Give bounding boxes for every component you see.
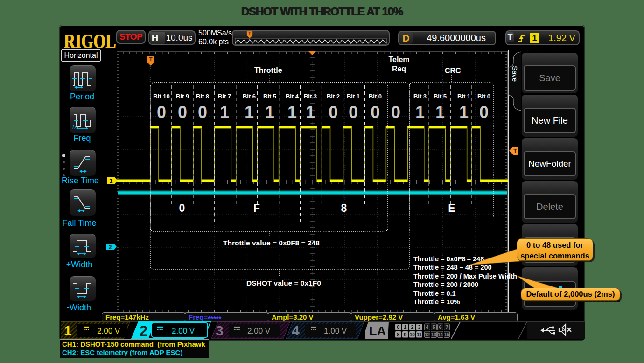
svg-text:1: 1 [64, 323, 72, 338]
svg-text:2.00 V: 2.00 V [247, 327, 271, 335]
svg-text:15: 15 [444, 332, 450, 337]
svg-text:3: 3 [418, 324, 420, 330]
svg-text:2: 2 [140, 323, 147, 339]
svg-text:6: 6 [439, 324, 441, 330]
svg-text:1.00 V: 1.00 V [324, 327, 347, 335]
svg-text:LA: LA [369, 324, 386, 338]
svg-text:8: 8 [397, 332, 399, 337]
svg-text:3: 3 [216, 323, 224, 338]
svg-text:4: 4 [292, 323, 300, 338]
svg-text:5: 5 [432, 324, 435, 330]
svg-text:2: 2 [411, 324, 413, 330]
svg-text:2.00 V: 2.00 V [172, 327, 195, 335]
svg-text:2: 2 [109, 244, 112, 251]
svg-text:14: 14 [438, 332, 443, 337]
svg-text:4: 4 [426, 324, 429, 330]
svg-text:11: 11 [417, 332, 422, 337]
svg-text:9: 9 [404, 332, 406, 337]
svg-text:T: T [248, 31, 251, 36]
svg-text:T: T [513, 148, 517, 154]
svg-text:1: 1 [110, 178, 113, 184]
svg-text:0: 0 [397, 324, 399, 330]
svg-text:13: 13 [431, 332, 437, 337]
svg-text:2.00 V: 2.00 V [97, 327, 120, 335]
svg-text:1: 1 [404, 324, 406, 330]
svg-text:1/: 1/ [71, 124, 77, 131]
svg-text:7: 7 [445, 324, 448, 330]
svg-text:12: 12 [425, 332, 430, 337]
svg-text:10: 10 [410, 332, 415, 337]
svg-text:T: T [149, 56, 153, 62]
